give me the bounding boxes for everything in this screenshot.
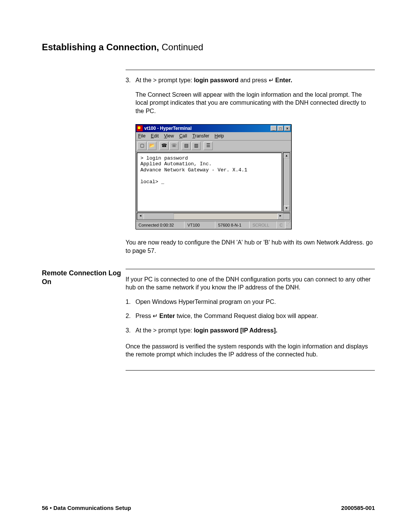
remote-step-3-num: 3. (126, 326, 135, 335)
tb-open-icon[interactable]: 📂 (147, 142, 156, 150)
tb-hangup-icon[interactable]: ☏ (169, 142, 178, 150)
status-baud: 57600 8-N-1 (215, 221, 250, 229)
step-3-text: At the > prompt type: login password and… (135, 76, 375, 85)
title-main: Establishing a Connection, (42, 42, 162, 52)
minimize-button[interactable]: _ (271, 126, 277, 131)
step-number-3: 3. (126, 76, 135, 85)
tb-send-icon[interactable]: ▤ (182, 142, 191, 150)
close-button[interactable]: × (284, 126, 290, 131)
horizontal-scrollbar[interactable]: ◄ ► (137, 212, 290, 220)
page-footer: 56 • Data Communications Setup 2000585-0… (42, 505, 375, 511)
menu-view[interactable]: View (164, 133, 174, 139)
footer-section-title: Data Communications Setup (53, 505, 131, 511)
page-title: Establishing a Connection, Continued (42, 42, 375, 53)
ht-toolbar: ▢ 📂 ☎ ☏ ▤ ▥ ☰ (136, 141, 291, 152)
connect-screen-paragraph: The Connect Screen will appear with the … (135, 91, 375, 115)
ht-title: vt100 - HyperTerminal (144, 125, 271, 131)
tb-new-icon[interactable]: ▢ (137, 142, 147, 150)
ht-menubar: File Edit View Call Transfer Help (136, 132, 291, 140)
maximize-button[interactable]: □ (277, 126, 284, 131)
scroll-right-icon[interactable]: ► (277, 213, 284, 219)
tb-receive-icon[interactable]: ▥ (191, 142, 201, 150)
status-scroll: SCROLL (250, 221, 277, 229)
menu-call[interactable]: Call (179, 133, 187, 139)
status-emulation: VT100 (185, 221, 215, 229)
footer-page-number: 56 (42, 505, 48, 511)
remote-closing: Once the password is verified the system… (126, 342, 375, 359)
status-caps: C (277, 221, 285, 229)
section-heading-remote: Remote Connection Log On (42, 269, 126, 287)
rule-top (126, 70, 375, 70)
rule-section2-top (126, 269, 375, 269)
menu-transfer[interactable]: Transfer (193, 133, 209, 139)
scroll-up-icon[interactable]: ▲ (284, 153, 290, 158)
after-image-paragraph: You are now ready to configure the DNH '… (126, 238, 375, 255)
remote-step-3: At the > prompt type: login password [IP… (135, 326, 375, 335)
remote-step-2: Press ↵ Enter twice, the Command Request… (135, 312, 375, 320)
hscroll-thumb[interactable] (143, 213, 174, 219)
remote-step-2-num: 2. (126, 312, 135, 320)
remote-step-1: Open Windows HyperTerminal program on yo… (135, 298, 375, 306)
rule-section2-bottom (126, 370, 375, 371)
menu-file[interactable]: File (138, 133, 145, 139)
vertical-scrollbar[interactable]: ▲ ▼ (283, 152, 290, 212)
ht-titlebar[interactable]: vt100 - HyperTerminal _ □ × (136, 125, 291, 132)
menu-help[interactable]: Help (215, 133, 224, 139)
resize-grip-icon[interactable]: ⋰ (285, 221, 291, 229)
ht-app-icon (137, 125, 143, 131)
hyperterminal-window: vt100 - HyperTerminal _ □ × File Edit Vi… (135, 124, 292, 229)
tb-props-icon[interactable]: ☰ (204, 142, 213, 150)
status-connected: Connected 0:00:32 (136, 221, 185, 229)
terminal-area[interactable]: > login password Applied Automation, Inc… (137, 152, 282, 212)
menu-edit[interactable]: Edit (151, 133, 159, 139)
tb-call-icon[interactable]: ☎ (159, 142, 169, 150)
footer-doc-number: 2000585-001 (341, 505, 375, 511)
remote-step-1-num: 1. (126, 298, 135, 306)
scroll-down-icon[interactable]: ▼ (284, 206, 290, 211)
title-continued: Continued (162, 42, 203, 52)
remote-intro: If your PC is connected to one of the DN… (126, 275, 375, 292)
ht-statusbar: Connected 0:00:32 VT100 57600 8-N-1 SCRO… (136, 221, 291, 229)
scroll-left-icon[interactable]: ◄ (137, 213, 143, 219)
